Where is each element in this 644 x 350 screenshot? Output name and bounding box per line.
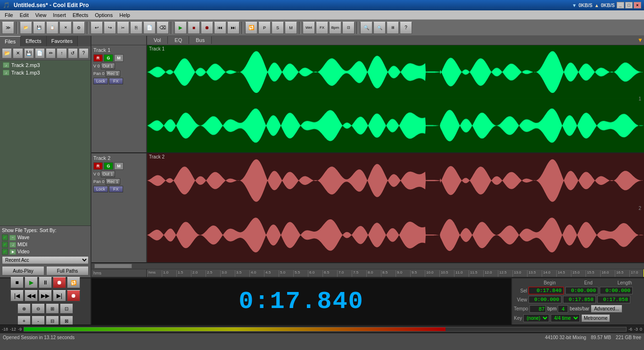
tb-delete[interactable]: ⌫ (157, 22, 169, 34)
track2-fx-btn[interactable]: FX (109, 186, 123, 192)
tb-solo[interactable]: S (272, 22, 284, 34)
tempo-input[interactable] (529, 305, 546, 313)
tab-bus[interactable]: Bus (189, 36, 212, 44)
file-edit-btn[interactable]: ✏ (46, 48, 56, 58)
track1-waveform[interactable]: Track 1 1 (147, 45, 644, 152)
advanced-btn[interactable]: Advanced... (591, 305, 622, 313)
track2-out-btn[interactable]: Out 1 (101, 171, 115, 177)
metronome-btn[interactable]: Metronome (581, 314, 610, 322)
view-begin-value[interactable]: 0:00.000 (528, 296, 561, 303)
tab-eq[interactable]: EQ (168, 36, 189, 44)
menu-insert[interactable]: Insert (50, 12, 69, 18)
tab-effects[interactable]: Effects (21, 36, 46, 46)
play-btn[interactable]: ▶ (25, 277, 38, 288)
track1-lock-btn[interactable]: Lock (93, 78, 108, 84)
tb-undo[interactable]: ↩ (91, 22, 103, 34)
file-save-btn[interactable]: 💾 (24, 48, 34, 58)
minimize-button[interactable]: _ (617, 2, 624, 8)
track2-r-btn[interactable]: R (93, 162, 103, 170)
tb-midi[interactable]: ⊡ (342, 22, 355, 34)
track2-rec-btn[interactable]: Rec 1 (106, 178, 121, 185)
goto-start-btn[interactable]: |◀ (10, 290, 24, 301)
tb-save2[interactable]: 📋 (46, 22, 58, 34)
tb-next[interactable]: ⏭ (227, 22, 239, 34)
tb-paste[interactable]: 📄 (143, 22, 156, 34)
full-paths-btn[interactable]: Full Paths (46, 266, 89, 275)
pause-btn[interactable]: ⏸ (39, 277, 52, 288)
track1-r-btn[interactable]: R (93, 54, 103, 62)
sel-end-value[interactable]: 0:00.000 (565, 287, 598, 294)
horizontal-scrollbar[interactable] (91, 263, 644, 269)
tb-mix[interactable]: Wet (303, 22, 315, 34)
tb-zoom-out[interactable]: 🔍 (373, 22, 386, 34)
tb-rec[interactable]: ⏺ (201, 22, 213, 34)
tb-redo[interactable]: ↪ (104, 22, 116, 34)
track2-lock-btn[interactable]: Lock (93, 186, 108, 192)
file-help-btn[interactable]: ? (79, 48, 89, 58)
menu-view[interactable]: View (33, 12, 50, 18)
view-length-value[interactable]: 0:17.858 (597, 296, 630, 303)
track1-g-btn[interactable]: G (104, 54, 113, 62)
track1-fx-btn[interactable]: FX (109, 78, 123, 84)
scrollbar-thumb[interactable] (94, 264, 132, 268)
file-item-track2[interactable]: ♪ Track 2.mp3 (1, 61, 90, 69)
close-button[interactable]: × (634, 2, 641, 8)
auto-play-btn[interactable]: Auto-Play (2, 266, 44, 275)
tb-mute[interactable]: M (285, 22, 297, 34)
file-close-btn[interactable]: ✕ (13, 48, 23, 58)
tb-play[interactable]: ▶ (174, 22, 187, 34)
zoom-in-h-btn[interactable]: ⊕ (17, 303, 31, 314)
tb-close[interactable]: ✕ (59, 22, 72, 34)
key-select[interactable]: (none) (523, 314, 549, 322)
track2-g-btn[interactable]: G (104, 162, 113, 170)
fwd-btn[interactable]: ▶▶ (39, 290, 52, 301)
menu-effects[interactable]: Effects (70, 12, 91, 18)
tb-help[interactable]: ? (400, 22, 412, 34)
midi-check[interactable]: ✓ (2, 242, 8, 248)
tb-save[interactable]: 💾 (33, 22, 45, 34)
stop-btn[interactable]: ■ (10, 277, 24, 288)
track2-m-btn[interactable]: M (114, 162, 124, 170)
tb-prev[interactable]: ⏮ (214, 22, 226, 34)
file-item-track1[interactable]: ♪ Track 1.mp3 (1, 69, 90, 76)
file-refresh-btn[interactable]: ↺ (68, 48, 78, 58)
view-end-value[interactable]: 0:17.858 (563, 296, 596, 303)
time-mode-select[interactable]: 4/4 time (551, 314, 580, 322)
tb-stop[interactable]: ■ (188, 22, 200, 34)
sel-length-value[interactable]: 0:00.000 (600, 287, 633, 294)
menu-help[interactable]: Help (116, 12, 133, 18)
file-open-btn[interactable]: 📂 (2, 48, 12, 58)
menu-edit[interactable]: Edit (17, 12, 32, 18)
tb-sel[interactable]: ⊞ (387, 22, 399, 34)
time-sig-num[interactable] (558, 305, 568, 313)
video-check[interactable]: ✓ (2, 249, 8, 255)
tab-favorites[interactable]: Favorites (47, 36, 78, 46)
track-area-arrow[interactable]: ▼ (637, 37, 644, 43)
tb-loop[interactable]: 🔁 (245, 22, 257, 34)
tb-copy[interactable]: ⎘ (130, 22, 142, 34)
file-up-btn[interactable]: ↑ (57, 48, 66, 58)
tb-fx[interactable]: FX (316, 22, 328, 34)
rew-btn[interactable]: ◀◀ (25, 290, 38, 301)
menu-options[interactable]: Options (92, 12, 116, 18)
maximize-button[interactable]: □ (625, 2, 633, 8)
zoom-out-h-btn[interactable]: ⊖ (32, 303, 45, 314)
tb-bpm[interactable]: Bpm (329, 22, 341, 34)
record-btn[interactable]: ⏺ (67, 290, 80, 301)
track2-waveform[interactable]: Track 2 2 (147, 153, 644, 262)
track1-rec-btn[interactable]: Rec 1 (106, 70, 121, 77)
track1-out-btn[interactable]: Out 1 (101, 63, 115, 69)
tb-open[interactable]: 📂 (20, 22, 32, 34)
track1-m-btn[interactable]: M (114, 54, 124, 62)
zoom-full-btn[interactable]: ⊞ (46, 303, 59, 314)
file-new-btn[interactable]: 📄 (35, 48, 45, 58)
sel-begin-value[interactable]: 0:17.840 (528, 287, 564, 294)
goto-end-btn[interactable]: ▶| (53, 290, 66, 301)
tb-new[interactable]: ≫ (2, 22, 14, 34)
zoom-sel-btn[interactable]: ⊡ (60, 303, 73, 314)
tab-vol[interactable]: Vol (147, 36, 168, 44)
tb-cut[interactable]: ✂ (117, 22, 129, 34)
sort-select[interactable]: Recent Acc (2, 256, 89, 264)
wave-check[interactable]: ✓ (2, 234, 8, 241)
loop-btn[interactable]: 🔁 (67, 277, 80, 288)
